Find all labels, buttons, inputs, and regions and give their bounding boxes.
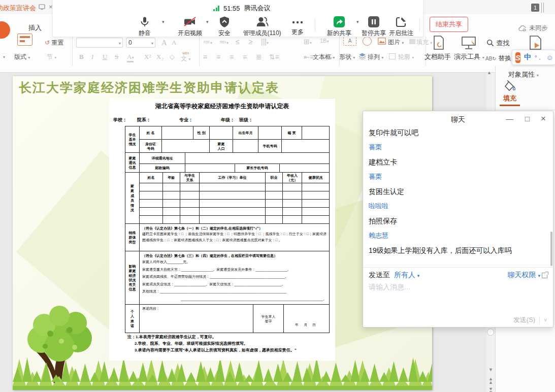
strikethrough-icon[interactable]: S — [115, 53, 118, 61]
phonetic-guide-icon[interactable]: wén文 ▾ — [181, 51, 190, 62]
underline-icon[interactable]: U — [103, 53, 107, 61]
wps-logo[interactable] — [0, 21, 10, 39]
ime-punctuation-mode[interactable]: °， — [535, 54, 542, 61]
pause-share-button[interactable]: 暂停共享 — [361, 16, 387, 38]
find-button[interactable]: 查找 — [486, 38, 509, 48]
divider — [539, 316, 540, 323]
share-options-caret[interactable]: ▾ — [356, 19, 359, 24]
bullet-list-icon[interactable]: ≔▾ — [203, 38, 212, 46]
fill-button[interactable]: 填充 ▾ — [409, 38, 432, 47]
clear-format-icon[interactable]: ◇ — [170, 53, 175, 61]
font-color-icon[interactable]: A▾ — [127, 53, 134, 62]
arrange-icon — [358, 53, 366, 60]
italic-icon[interactable]: I — [91, 53, 93, 61]
distribute-icon[interactable]: ≣ — [256, 53, 262, 61]
numbered-list-icon[interactable]: ≕▾ — [219, 38, 228, 46]
promise-sign-label: 学生本人签字 — [260, 314, 277, 323]
increase-indent-icon[interactable]: ≥ — [249, 38, 253, 46]
security-label: 安全 — [214, 29, 235, 38]
align-left-icon[interactable]: ≡ — [203, 53, 207, 61]
member-col-occupation: 职业 — [271, 176, 278, 179]
ime-bar[interactable]: S 中 °， ☺ — [512, 50, 555, 65]
popout-icon[interactable] — [542, 273, 547, 278]
security-button[interactable]: 安全 — [214, 16, 235, 38]
close-icon[interactable]: × — [541, 114, 546, 123]
ime-emoji-icon[interactable]: ☺ — [546, 53, 553, 61]
present-tools-button[interactable]: 演示工具 ▾ — [454, 52, 484, 61]
justify-icon[interactable]: ≡ — [243, 53, 247, 61]
sogou-logo-icon[interactable]: S — [515, 52, 520, 63]
textbox-icon: A — [343, 37, 356, 46]
manage-members-button[interactable]: 管理成员(110) — [240, 16, 284, 38]
more-layouts-caret[interactable]: ▾ — [3, 55, 5, 59]
chat-input[interactable] — [369, 283, 546, 312]
ime-language-mode[interactable]: 中 — [524, 53, 531, 62]
fill-tab[interactable]: 填充 — [500, 80, 520, 106]
previous-slide-icon[interactable]: ▲▲ — [486, 377, 495, 384]
send-options-caret[interactable]: ˅ — [544, 317, 547, 323]
line-spacing-icon[interactable]: ⇅≡ — [269, 53, 279, 61]
minimize-icon[interactable]: — — [506, 114, 513, 123]
replace-button[interactable]: AB↻ 替换 — [485, 54, 511, 63]
panel-collapse-icon[interactable]: ▲ — [487, 70, 492, 75]
reset-button[interactable]: ↺ 重置 — [45, 39, 63, 47]
annotate-label: 开启批注 — [388, 29, 414, 38]
bold-icon[interactable]: B — [79, 53, 84, 61]
align-center-icon[interactable]: ≡ — [216, 53, 220, 61]
picture-button[interactable]: 图片 ▾ — [388, 38, 404, 47]
send-button[interactable]: 发送(S) — [513, 315, 535, 324]
outline-button[interactable]: 轮廓 ▾ — [398, 53, 414, 61]
chat-sender: 蕃栗 — [369, 173, 547, 181]
subscript-icon[interactable]: X₂ — [156, 53, 164, 61]
arrange-button[interactable]: 排列 ▾ — [368, 53, 383, 61]
annotate-button[interactable]: 开启批注 — [388, 16, 414, 38]
mute-button[interactable]: 静音 — [133, 16, 156, 38]
divider — [199, 37, 200, 66]
side-label-basic: 学生基本情况 — [128, 133, 137, 146]
screen-share-tab-icon[interactable] — [39, 4, 45, 10]
mute-options-caret[interactable]: ▾ — [162, 19, 165, 24]
divider — [315, 18, 315, 31]
menu-insert[interactable]: 插入 — [28, 23, 42, 32]
section-button[interactable]: 节 ▾ — [47, 53, 56, 61]
text-direction-icon[interactable]: |||▾ — [261, 38, 269, 46]
chat-header[interactable]: 聊天 — □ × — [363, 111, 553, 126]
shapes-button[interactable]: 形状 ▾ — [339, 53, 355, 61]
chat-scrollbar[interactable] — [550, 232, 552, 266]
font-family-combo[interactable]: ▾ — [76, 38, 123, 48]
paint-bucket-icon — [504, 80, 516, 92]
increase-font-icon[interactable]: A — [161, 39, 167, 47]
play-from-current-icon[interactable] — [529, 36, 542, 50]
maximize-icon[interactable]: □ — [525, 114, 530, 123]
special-body: 建档立卡贫困家庭学生：□ ；最低生活保障家庭学生：□ ；特困供养学生：□ ；孤残… — [142, 231, 327, 243]
end-share-button[interactable]: 结束共享 — [430, 17, 468, 32]
chat-sender: 蕃栗 — [369, 143, 547, 151]
doc-assistant-button[interactable]: 文档助手 — [425, 52, 451, 61]
align-right-icon[interactable]: ≡ — [230, 53, 234, 61]
table-icon[interactable]: ⊞▾ — [304, 38, 312, 46]
decrease-font-icon[interactable]: A — [172, 39, 176, 47]
camera-button[interactable]: 开启视频 — [176, 16, 204, 38]
align-objects-icon[interactable]: ⇤≡ — [304, 53, 314, 61]
form-section-basic: 学生基本情况 姓 名 性 别 出生年月 籍 贯 身份证号码 — [125, 126, 330, 153]
more-button[interactable]: 更多 — [287, 16, 308, 37]
new-share-button[interactable]: 新的共享 — [326, 16, 352, 38]
presentation-tab-title: 助政策宣讲会 — [0, 4, 36, 13]
chat-input-area[interactable] — [369, 283, 547, 314]
send-to-dropdown[interactable]: 所有人 ▾ — [394, 271, 419, 279]
camera-off-icon — [183, 16, 197, 28]
layout-button[interactable]: 版式 ▾ — [14, 53, 30, 61]
chat-sender: 赖志慧 — [369, 232, 547, 240]
chat-permission-dropdown[interactable]: 聊天权限 ▾ — [508, 271, 547, 280]
scrollbar-thumb[interactable] — [487, 329, 494, 336]
textbox-button[interactable]: 文本框 ▾ — [313, 53, 335, 61]
next-slide-icon[interactable]: ▼▼ — [486, 387, 495, 392]
scroll-down-icon[interactable]: ▼ — [486, 368, 495, 372]
font-size-combo[interactable]: 0▾ — [126, 38, 155, 48]
decrease-indent-icon[interactable]: ≤ — [236, 38, 240, 46]
superscript-icon[interactable]: X² — [144, 53, 151, 61]
chat-sender: 啦啦啦 — [369, 202, 547, 210]
annotate-pen-icon — [395, 16, 407, 28]
camera-options-caret[interactable]: ▾ — [206, 19, 209, 24]
columns-icon[interactable]: 1B▾ — [320, 38, 329, 44]
